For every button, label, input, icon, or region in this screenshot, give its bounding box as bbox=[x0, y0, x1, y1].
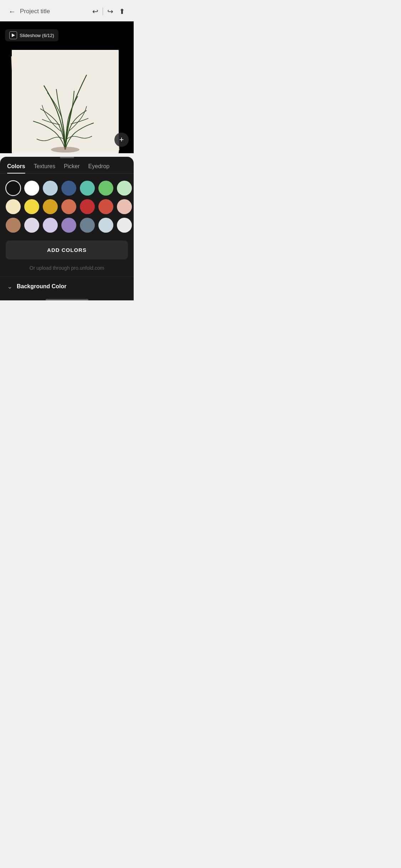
toolbar-divider bbox=[103, 7, 103, 15]
color-swatch-1[interactable] bbox=[6, 181, 21, 196]
color-swatch-6[interactable] bbox=[98, 181, 113, 196]
color-swatch-3[interactable] bbox=[43, 181, 58, 196]
chevron-down-icon: ⌄ bbox=[7, 283, 12, 290]
color-swatch-10[interactable] bbox=[43, 199, 58, 214]
color-swatch-2[interactable] bbox=[24, 181, 39, 196]
slideshow-label: Slideshow (6/12) bbox=[20, 33, 54, 38]
tab-eyedrop[interactable]: Eyedrop bbox=[88, 163, 110, 173]
color-swatch-16[interactable] bbox=[24, 218, 39, 233]
color-swatch-9[interactable] bbox=[24, 199, 39, 214]
color-swatch-19[interactable] bbox=[80, 218, 95, 233]
color-swatch-21[interactable] bbox=[117, 218, 132, 233]
color-swatch-11[interactable] bbox=[61, 199, 76, 214]
bottom-panel: Colors Textures Picker Eyedrop ADD COLOR… bbox=[0, 157, 134, 300]
top-bar-right: ↩ ↪ ⬆ bbox=[91, 6, 127, 17]
svg-marker-0 bbox=[12, 33, 15, 37]
home-indicator bbox=[46, 299, 88, 300]
project-title: Project title bbox=[20, 8, 50, 15]
svg-rect-1 bbox=[12, 50, 119, 153]
tabs-row: Colors Textures Picker Eyedrop bbox=[0, 158, 134, 174]
color-swatch-20[interactable] bbox=[98, 218, 113, 233]
tab-textures[interactable]: Textures bbox=[34, 163, 55, 173]
tab-picker[interactable]: Picker bbox=[64, 163, 79, 173]
color-swatch-15[interactable] bbox=[6, 218, 21, 233]
top-bar: ← Project title ↩ ↪ ⬆ bbox=[0, 0, 134, 21]
color-swatch-18[interactable] bbox=[61, 218, 76, 233]
color-swatch-4[interactable] bbox=[61, 181, 76, 196]
paper-stack bbox=[10, 43, 124, 153]
background-color-row[interactable]: ⌄ Background Color bbox=[0, 277, 134, 296]
paper-front bbox=[12, 50, 119, 153]
color-swatch-14[interactable] bbox=[117, 199, 132, 214]
background-color-label: Background Color bbox=[17, 283, 67, 290]
color-swatch-12[interactable] bbox=[80, 199, 95, 214]
top-bar-left: ← Project title bbox=[7, 6, 50, 17]
color-swatch-17[interactable] bbox=[43, 218, 58, 233]
add-colors-button[interactable]: ADD COLORS bbox=[6, 241, 128, 259]
color-swatch-7[interactable] bbox=[117, 181, 132, 196]
svg-point-2 bbox=[51, 147, 79, 153]
color-swatch-13[interactable] bbox=[98, 199, 113, 214]
share-button[interactable]: ⬆ bbox=[118, 6, 127, 17]
upload-hint: Or upload through pro.unfold.com bbox=[0, 264, 134, 277]
canvas-area: Slideshow (6/12) bbox=[0, 21, 134, 153]
color-swatch-8[interactable] bbox=[6, 199, 21, 214]
color-grid bbox=[0, 174, 134, 238]
redo-button[interactable]: ↪ bbox=[106, 6, 115, 17]
back-button[interactable]: ← bbox=[7, 6, 17, 17]
undo-button[interactable]: ↩ bbox=[91, 6, 100, 17]
color-swatch-5[interactable] bbox=[80, 181, 95, 196]
slideshow-badge[interactable]: Slideshow (6/12) bbox=[5, 29, 58, 41]
tab-colors[interactable]: Colors bbox=[7, 163, 25, 173]
add-canvas-button[interactable]: + bbox=[114, 133, 129, 147]
play-icon bbox=[9, 31, 17, 39]
